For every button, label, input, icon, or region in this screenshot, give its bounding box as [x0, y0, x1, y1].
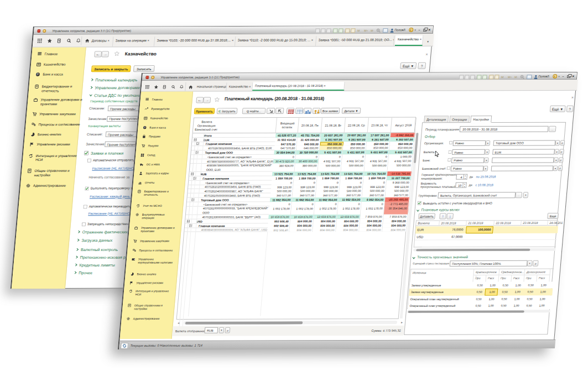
svg-text:Р: Р	[144, 126, 145, 129]
